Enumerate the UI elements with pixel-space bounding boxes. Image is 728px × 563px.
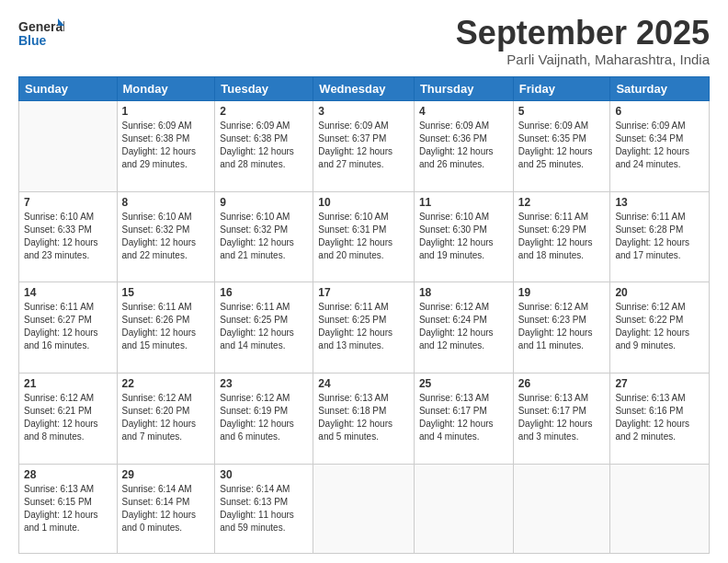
calendar-cell xyxy=(19,101,118,192)
day-info: Sunrise: 6:11 AM Sunset: 6:26 PM Dayligh… xyxy=(122,301,210,352)
day-info: Sunrise: 6:09 AM Sunset: 6:35 PM Dayligh… xyxy=(518,120,606,171)
col-sunday: Sunday xyxy=(19,77,118,101)
day-info: Sunrise: 6:12 AM Sunset: 6:23 PM Dayligh… xyxy=(518,301,606,352)
day-number: 24 xyxy=(318,377,409,390)
calendar-cell: 6Sunrise: 6:09 AM Sunset: 6:34 PM Daylig… xyxy=(610,101,710,192)
day-number: 19 xyxy=(518,286,606,299)
day-info: Sunrise: 6:10 AM Sunset: 6:32 PM Dayligh… xyxy=(122,211,210,262)
calendar-cell: 5Sunrise: 6:09 AM Sunset: 6:35 PM Daylig… xyxy=(513,101,610,192)
calendar-cell: 11Sunrise: 6:10 AM Sunset: 6:30 PM Dayli… xyxy=(414,191,513,282)
day-info: Sunrise: 6:09 AM Sunset: 6:36 PM Dayligh… xyxy=(419,120,508,171)
day-info: Sunrise: 6:11 AM Sunset: 6:25 PM Dayligh… xyxy=(220,301,308,352)
day-info: Sunrise: 6:12 AM Sunset: 6:21 PM Dayligh… xyxy=(24,392,112,443)
day-number: 15 xyxy=(122,286,210,299)
day-number: 10 xyxy=(318,196,409,209)
day-info: Sunrise: 6:09 AM Sunset: 6:38 PM Dayligh… xyxy=(122,120,210,171)
calendar-cell: 29Sunrise: 6:14 AM Sunset: 6:14 PM Dayli… xyxy=(117,464,215,554)
calendar-cell: 15Sunrise: 6:11 AM Sunset: 6:26 PM Dayli… xyxy=(117,282,215,373)
calendar-cell: 18Sunrise: 6:12 AM Sunset: 6:24 PM Dayli… xyxy=(414,282,513,373)
day-number: 28 xyxy=(24,468,112,481)
calendar-week-3: 21Sunrise: 6:12 AM Sunset: 6:21 PM Dayli… xyxy=(19,373,710,464)
calendar-cell: 28Sunrise: 6:13 AM Sunset: 6:15 PM Dayli… xyxy=(19,464,118,554)
calendar-cell: 26Sunrise: 6:13 AM Sunset: 6:17 PM Dayli… xyxy=(513,373,610,464)
day-number: 14 xyxy=(24,286,112,299)
day-number: 9 xyxy=(220,196,308,209)
calendar-body: 1Sunrise: 6:09 AM Sunset: 6:38 PM Daylig… xyxy=(19,101,710,554)
day-info: Sunrise: 6:12 AM Sunset: 6:19 PM Dayligh… xyxy=(220,392,308,443)
day-number: 20 xyxy=(615,286,704,299)
col-wednesday: Wednesday xyxy=(313,77,415,101)
calendar-cell: 10Sunrise: 6:10 AM Sunset: 6:31 PM Dayli… xyxy=(313,191,415,282)
calendar-cell: 19Sunrise: 6:12 AM Sunset: 6:23 PM Dayli… xyxy=(513,282,610,373)
calendar-table: Sunday Monday Tuesday Wednesday Thursday… xyxy=(18,76,710,554)
day-number: 11 xyxy=(419,196,508,209)
col-thursday: Thursday xyxy=(414,77,513,101)
calendar-cell: 24Sunrise: 6:13 AM Sunset: 6:18 PM Dayli… xyxy=(313,373,415,464)
calendar-cell: 9Sunrise: 6:10 AM Sunset: 6:32 PM Daylig… xyxy=(215,191,313,282)
day-info: Sunrise: 6:13 AM Sunset: 6:16 PM Dayligh… xyxy=(615,392,704,443)
page: General Blue September 2025 Parli Vaijna… xyxy=(0,0,728,563)
col-tuesday: Tuesday xyxy=(215,77,313,101)
calendar-cell: 27Sunrise: 6:13 AM Sunset: 6:16 PM Dayli… xyxy=(610,373,710,464)
day-info: Sunrise: 6:09 AM Sunset: 6:38 PM Dayligh… xyxy=(220,120,308,171)
col-saturday: Saturday xyxy=(610,77,710,101)
day-number: 30 xyxy=(220,468,308,481)
day-info: Sunrise: 6:11 AM Sunset: 6:28 PM Dayligh… xyxy=(615,211,704,262)
calendar-week-4: 28Sunrise: 6:13 AM Sunset: 6:15 PM Dayli… xyxy=(19,464,710,554)
calendar-cell: 21Sunrise: 6:12 AM Sunset: 6:21 PM Dayli… xyxy=(19,373,118,464)
calendar-cell: 14Sunrise: 6:11 AM Sunset: 6:27 PM Dayli… xyxy=(19,282,118,373)
calendar-cell xyxy=(610,464,710,554)
title-section: September 2025 Parli Vaijnath, Maharasht… xyxy=(456,17,710,67)
day-number: 13 xyxy=(615,196,704,209)
logo: General Blue xyxy=(18,17,64,50)
svg-text:Blue: Blue xyxy=(18,33,47,48)
day-info: Sunrise: 6:13 AM Sunset: 6:18 PM Dayligh… xyxy=(318,392,409,443)
calendar: Sunday Monday Tuesday Wednesday Thursday… xyxy=(18,76,710,554)
day-info: Sunrise: 6:13 AM Sunset: 6:17 PM Dayligh… xyxy=(419,392,508,443)
location: Parli Vaijnath, Maharashtra, India xyxy=(456,52,710,67)
calendar-cell xyxy=(513,464,610,554)
calendar-week-0: 1Sunrise: 6:09 AM Sunset: 6:38 PM Daylig… xyxy=(19,101,710,192)
day-info: Sunrise: 6:10 AM Sunset: 6:32 PM Dayligh… xyxy=(220,211,308,262)
logo-svg: General Blue xyxy=(18,17,64,50)
calendar-week-1: 7Sunrise: 6:10 AM Sunset: 6:33 PM Daylig… xyxy=(19,191,710,282)
day-info: Sunrise: 6:09 AM Sunset: 6:34 PM Dayligh… xyxy=(615,120,704,171)
calendar-header: Sunday Monday Tuesday Wednesday Thursday… xyxy=(19,77,710,101)
day-info: Sunrise: 6:12 AM Sunset: 6:24 PM Dayligh… xyxy=(419,301,508,352)
calendar-cell: 30Sunrise: 6:14 AM Sunset: 6:13 PM Dayli… xyxy=(215,464,313,554)
day-info: Sunrise: 6:14 AM Sunset: 6:14 PM Dayligh… xyxy=(122,483,210,534)
calendar-cell: 8Sunrise: 6:10 AM Sunset: 6:32 PM Daylig… xyxy=(117,191,215,282)
day-number: 2 xyxy=(220,105,308,118)
calendar-cell: 13Sunrise: 6:11 AM Sunset: 6:28 PM Dayli… xyxy=(610,191,710,282)
calendar-cell: 1Sunrise: 6:09 AM Sunset: 6:38 PM Daylig… xyxy=(117,101,215,192)
day-info: Sunrise: 6:10 AM Sunset: 6:33 PM Dayligh… xyxy=(24,211,112,262)
day-number: 22 xyxy=(122,377,210,390)
calendar-cell: 25Sunrise: 6:13 AM Sunset: 6:17 PM Dayli… xyxy=(414,373,513,464)
day-info: Sunrise: 6:09 AM Sunset: 6:37 PM Dayligh… xyxy=(318,120,409,171)
day-info: Sunrise: 6:12 AM Sunset: 6:22 PM Dayligh… xyxy=(615,301,704,352)
day-number: 8 xyxy=(122,196,210,209)
calendar-cell: 7Sunrise: 6:10 AM Sunset: 6:33 PM Daylig… xyxy=(19,191,118,282)
calendar-cell xyxy=(414,464,513,554)
day-info: Sunrise: 6:13 AM Sunset: 6:17 PM Dayligh… xyxy=(518,392,606,443)
calendar-cell: 2Sunrise: 6:09 AM Sunset: 6:38 PM Daylig… xyxy=(215,101,313,192)
col-friday: Friday xyxy=(513,77,610,101)
header: General Blue September 2025 Parli Vaijna… xyxy=(18,17,710,67)
day-info: Sunrise: 6:10 AM Sunset: 6:30 PM Dayligh… xyxy=(419,211,508,262)
day-info: Sunrise: 6:11 AM Sunset: 6:25 PM Dayligh… xyxy=(318,301,409,352)
day-info: Sunrise: 6:14 AM Sunset: 6:13 PM Dayligh… xyxy=(220,483,308,534)
day-number: 6 xyxy=(615,105,704,118)
day-number: 16 xyxy=(220,286,308,299)
day-info: Sunrise: 6:11 AM Sunset: 6:27 PM Dayligh… xyxy=(24,301,112,352)
day-number: 21 xyxy=(24,377,112,390)
day-info: Sunrise: 6:11 AM Sunset: 6:29 PM Dayligh… xyxy=(518,211,606,262)
calendar-cell: 23Sunrise: 6:12 AM Sunset: 6:19 PM Dayli… xyxy=(215,373,313,464)
day-number: 3 xyxy=(318,105,409,118)
calendar-cell: 4Sunrise: 6:09 AM Sunset: 6:36 PM Daylig… xyxy=(414,101,513,192)
day-number: 23 xyxy=(220,377,308,390)
day-number: 29 xyxy=(122,468,210,481)
calendar-cell: 12Sunrise: 6:11 AM Sunset: 6:29 PM Dayli… xyxy=(513,191,610,282)
day-number: 1 xyxy=(122,105,210,118)
day-number: 17 xyxy=(318,286,409,299)
day-info: Sunrise: 6:13 AM Sunset: 6:15 PM Dayligh… xyxy=(24,483,112,534)
